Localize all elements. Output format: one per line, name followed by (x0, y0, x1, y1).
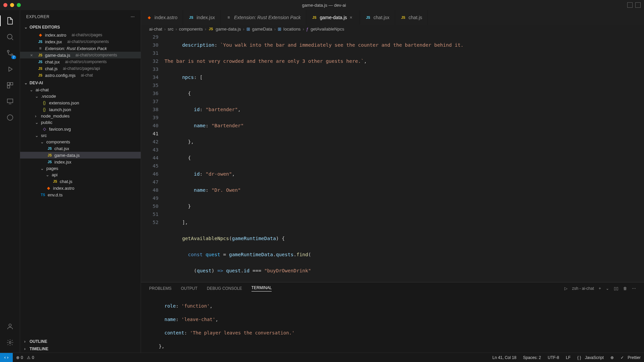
tree-folder[interactable]: ⌄.vscode (20, 93, 141, 99)
status-prettier[interactable]: ✓ Prettier (617, 355, 644, 360)
tree-file[interactable]: {}extensions.json (20, 99, 141, 106)
scm-activity-icon[interactable]: 7 (3, 46, 17, 60)
remote-activity-icon[interactable] (3, 95, 17, 108)
editor-tab[interactable]: JSchat.js (395, 10, 428, 25)
status-indent[interactable]: Spaces: 2 (520, 355, 544, 360)
status-eol[interactable]: LF (562, 355, 574, 360)
debug-activity-icon[interactable] (3, 62, 17, 76)
open-editor-item[interactable]: ×JSindex.jsx ai-chat/src/components (20, 38, 141, 45)
panel-tab-problems[interactable]: PROBLEMS (149, 286, 172, 291)
editor[interactable]: 2930313233343536373839404142434445464748… (141, 33, 644, 282)
editor-tabs: ◆index.astro JSindex.jsx ≡Extension: Rus… (141, 10, 644, 25)
json-icon: {} (42, 107, 47, 112)
maximize-window-icon[interactable] (17, 3, 21, 7)
open-editor-item[interactable]: ×JSgame-data.js ai-chat/src/components (20, 52, 141, 58)
account-activity-icon[interactable] (3, 320, 17, 333)
open-editor-item[interactable]: ×◆index.astro ai-chat/src/pages (20, 32, 141, 38)
terminal-split-icon[interactable]: ▯▯ (614, 286, 618, 291)
window-controls (3, 3, 21, 7)
terminal-play-icon[interactable]: ▷ (564, 286, 567, 291)
svg-rect-5 (7, 86, 9, 88)
code-body[interactable]: description: `You walk into the bar and … (165, 33, 644, 282)
status-language[interactable]: { } JavaScript (574, 355, 607, 360)
layout-toggle-icon[interactable] (627, 2, 633, 8)
panel-tab-output[interactable]: OUTPUT (181, 286, 197, 291)
js-icon: JS (38, 52, 43, 58)
tree-file[interactable]: ◆index.astro (20, 185, 141, 191)
tree-file[interactable]: JSchat.jsx (20, 145, 141, 152)
status-encoding[interactable]: UTF-8 (544, 355, 562, 360)
svg-rect-4 (10, 83, 12, 85)
search-activity-icon[interactable] (3, 30, 17, 44)
astro-icon: ◆ (46, 185, 51, 191)
line-gutter: 2930313233343536373839404142434445464748… (141, 33, 165, 282)
terminal-add-icon[interactable]: + (599, 286, 601, 291)
svg-point-9 (9, 342, 11, 344)
open-editor-item[interactable]: ×JSchat.js ai-chat/src/pages/api (20, 65, 141, 72)
more-icon[interactable]: ⋯ (131, 14, 135, 19)
terminal-dropdown-icon[interactable]: ⌄ (606, 286, 609, 291)
minimize-window-icon[interactable] (10, 3, 14, 7)
tree-file[interactable]: JSindex.jsx (20, 159, 141, 165)
js-icon: JS (208, 26, 214, 32)
remote-indicator[interactable] (0, 353, 13, 362)
status-feedback-icon[interactable]: ⊕ (607, 355, 617, 360)
close-icon[interactable]: × (30, 53, 36, 58)
open-editor-item[interactable]: ×≡Extension: Rust Extension Pack (20, 45, 141, 52)
edge-activity-icon[interactable] (3, 111, 17, 124)
panel-tab-terminal[interactable]: TERMINAL (251, 285, 272, 291)
terminal-trash-icon[interactable]: 🗑 (623, 286, 627, 291)
react-icon: JS (47, 146, 52, 151)
outline-header[interactable]: ›OUTLINE (20, 338, 141, 345)
error-icon: ⊗ (16, 355, 19, 360)
tree-folder[interactable]: ⌄ai-chat (20, 87, 141, 93)
editor-tab[interactable]: JSchat.jsx (360, 10, 395, 25)
js-icon: JS (52, 179, 58, 184)
svg-point-0 (7, 34, 12, 39)
terminal-name[interactable]: zsh - ai-chat (572, 286, 594, 291)
astro-icon: ◆ (38, 32, 43, 38)
json-icon: {} (42, 100, 47, 105)
open-editors-header[interactable]: ⌄OPEN EDITORS (20, 24, 141, 31)
react-icon: JS (47, 159, 52, 165)
terminal-output[interactable]: role: 'function', name: 'leave-chat', co… (141, 295, 644, 353)
status-errors[interactable]: ⊗0 ⚠0 (13, 355, 38, 360)
open-editor-item[interactable]: ×JSchat.jsx ai-chat/src/components (20, 58, 141, 65)
tree-file[interactable]: {}launch.json (20, 106, 141, 113)
breadcrumb[interactable]: ai-chat› src› components› JSgame-data.js… (141, 25, 644, 33)
tree-folder[interactable]: ⌄public (20, 119, 141, 126)
js-icon: JS (312, 15, 317, 20)
terminal-more-icon[interactable]: ⋯ (632, 286, 636, 291)
editor-tab[interactable]: ≡Extension: Rust Extension Pack (221, 10, 306, 25)
react-icon: JS (365, 15, 371, 20)
panel-tab-debug[interactable]: DEBUG CONSOLE (207, 286, 242, 291)
svg-rect-6 (7, 99, 13, 103)
tree-folder[interactable]: ⌄components (20, 139, 141, 145)
tree-file[interactable]: JSgame-data.js (20, 152, 141, 159)
editor-tab[interactable]: JSgame-data.js× (306, 10, 360, 25)
status-cursor[interactable]: Ln 41, Col 18 (489, 355, 519, 360)
project-header[interactable]: ⌄DEV-AI (20, 79, 141, 87)
tree-folder[interactable]: ⌄api (20, 172, 141, 178)
tree-file[interactable]: TSenv.d.ts (20, 191, 141, 198)
editor-tab[interactable]: ◆index.astro (141, 10, 183, 25)
timeline-header[interactable]: ›TIMELINE (20, 345, 141, 353)
close-tab-icon[interactable]: × (350, 15, 354, 20)
open-editor-item[interactable]: ×JSastro.config.mjs ai-chat (20, 72, 141, 79)
close-window-icon[interactable] (3, 3, 7, 7)
explorer-activity-icon[interactable] (3, 14, 17, 28)
extension-icon: ≡ (226, 15, 231, 20)
ts-icon: TS (40, 192, 46, 197)
layout-toggle2-icon[interactable] (635, 2, 641, 8)
tree-file[interactable]: ◇favicon.svg (20, 126, 141, 132)
settings-activity-icon[interactable] (3, 336, 17, 349)
extensions-activity-icon[interactable] (3, 79, 17, 92)
svg-rect-3 (7, 83, 9, 85)
editor-tab[interactable]: JSindex.jsx (183, 10, 220, 25)
tree-folder[interactable]: ⌄src (20, 132, 141, 139)
react-icon: JS (38, 59, 43, 64)
js-icon: JS (47, 152, 52, 158)
tree-folder[interactable]: ›node_modules (20, 113, 141, 119)
tree-folder[interactable]: ⌄pages (20, 165, 141, 172)
tree-file[interactable]: JSchat.js (20, 178, 141, 185)
